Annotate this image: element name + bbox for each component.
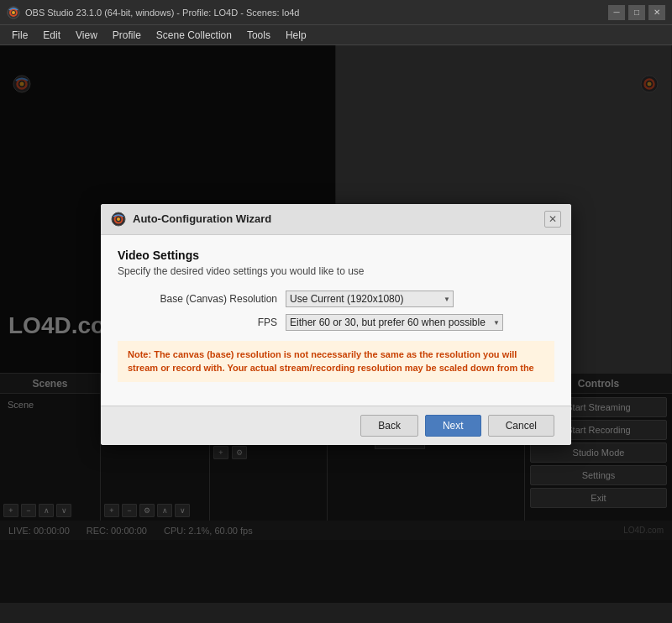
back-button[interactable]: Back: [360, 415, 418, 437]
next-button[interactable]: Next: [425, 415, 481, 437]
svg-point-11: [117, 217, 120, 221]
fps-select-wrapper: Either 60 or 30, but prefer 60 when poss…: [286, 314, 503, 331]
resolution-select-wrapper: Use Current (1920x1080): [286, 291, 454, 307]
title-bar: OBS Studio 23.1.0 (64-bit, windows) - Pr…: [0, 0, 672, 25]
modal-header-left: Auto-Configuration Wizard: [111, 212, 271, 227]
menu-scene-collection[interactable]: Scene Collection: [150, 28, 239, 43]
modal-title: Auto-Configuration Wizard: [133, 212, 271, 225]
menu-file[interactable]: File: [5, 28, 34, 43]
modal-form-row-fps: FPS Either 60 or 30, but prefer 60 when …: [118, 314, 554, 331]
modal-obs-logo-icon: [111, 212, 126, 227]
menu-view[interactable]: View: [69, 28, 104, 43]
menu-tools[interactable]: Tools: [240, 28, 277, 43]
modal-section-title: Video Settings: [118, 249, 554, 262]
resolution-label: Base (Canvas) Resolution: [118, 293, 286, 305]
menu-edit[interactable]: Edit: [36, 28, 67, 43]
title-bar-controls: ─ □ ✕: [608, 5, 665, 20]
title-bar-left: OBS Studio 23.1.0 (64-bit, windows) - Pr…: [7, 6, 300, 19]
menu-profile[interactable]: Profile: [106, 28, 148, 43]
modal-overlay: Auto-Configuration Wizard ✕ Video Settin…: [0, 45, 672, 603]
modal-close-button[interactable]: ✕: [544, 211, 561, 228]
maximize-button[interactable]: □: [628, 5, 645, 20]
menu-help[interactable]: Help: [279, 28, 313, 43]
fps-select[interactable]: Either 60 or 30, but prefer 60 when poss…: [286, 314, 503, 331]
obs-logo-icon: [7, 6, 20, 19]
svg-point-2: [12, 11, 15, 14]
close-button[interactable]: ✕: [648, 5, 665, 20]
cancel-button[interactable]: Cancel: [488, 415, 554, 437]
modal-note: Note: The canvas (base) resolution is no…: [118, 341, 554, 382]
modal-header: Auto-Configuration Wizard ✕: [101, 204, 571, 235]
modal-section-desc: Specify the desired video settings you w…: [118, 265, 554, 277]
menu-bar: File Edit View Profile Scene Collection …: [0, 25, 672, 45]
fps-label: FPS: [118, 317, 286, 328]
modal-footer: Back Next Cancel: [101, 406, 571, 445]
resolution-select[interactable]: Use Current (1920x1080): [286, 291, 454, 307]
modal-body: Video Settings Specify the desired video…: [101, 235, 571, 406]
window-title: OBS Studio 23.1.0 (64-bit, windows) - Pr…: [25, 8, 300, 18]
modal-form-row-resolution: Base (Canvas) Resolution Use Current (19…: [118, 291, 554, 307]
minimize-button[interactable]: ─: [608, 5, 625, 20]
auto-config-modal: Auto-Configuration Wizard ✕ Video Settin…: [101, 204, 571, 445]
